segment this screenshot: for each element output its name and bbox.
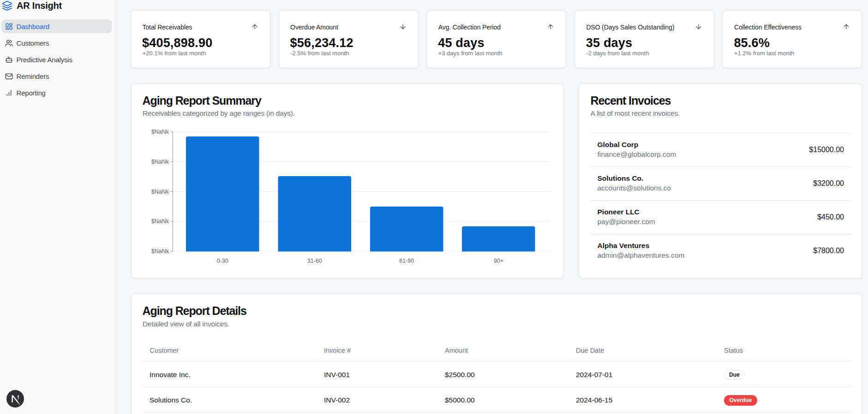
svg-text:0-30: 0-30: [216, 258, 228, 264]
svg-text:$NaNk: $NaNk: [151, 129, 169, 135]
svg-text:$NaNk: $NaNk: [151, 218, 169, 225]
svg-text:$NaNk: $NaNk: [151, 159, 169, 165]
svg-text:61-90: 61-90: [399, 258, 414, 264]
svg-text:$NaNk: $NaNk: [151, 189, 169, 195]
svg-text:90+: 90+: [494, 258, 503, 264]
svg-text:31-60: 31-60: [307, 258, 322, 264]
svg-text:$NaNk: $NaNk: [151, 248, 169, 254]
